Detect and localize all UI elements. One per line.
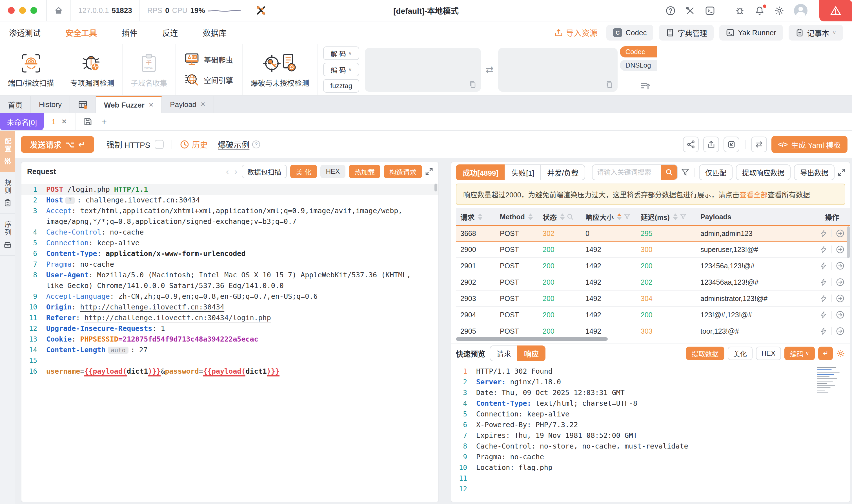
sort-icon[interactable] bbox=[673, 213, 678, 220]
beautify-button[interactable]: 美化 bbox=[728, 347, 752, 360]
horizontal-scrollbar[interactable] bbox=[456, 337, 845, 341]
table-row[interactable]: 2901POST2001492200123456a,123!@# bbox=[456, 258, 850, 274]
codec-swap-icon[interactable]: ⇄ bbox=[481, 64, 498, 75]
results-tab-失败[1][interactable]: 失败[1] bbox=[505, 164, 541, 180]
generate-yaml-button[interactable]: </> 生成 Yaml 模板 bbox=[771, 136, 848, 153]
close-icon[interactable]: ✕ bbox=[149, 101, 154, 109]
maximize-window-button[interactable] bbox=[31, 7, 37, 14]
column-header-请求[interactable]: 请求 bbox=[456, 212, 495, 222]
open-detail-button[interactable] bbox=[836, 310, 845, 319]
sort-icon[interactable] bbox=[560, 213, 564, 220]
retry-button[interactable] bbox=[820, 246, 828, 253]
column-header-响应大小[interactable]: 响应大小 bbox=[581, 212, 636, 222]
preview-tab-请求[interactable]: 请求 bbox=[490, 345, 518, 361]
table-row[interactable]: 2903POST2001492304administrator,123!@# bbox=[456, 291, 850, 307]
avatar[interactable] bbox=[794, 4, 807, 17]
close-window-button[interactable] bbox=[8, 7, 15, 14]
column-header-操作[interactable]: 操作 bbox=[814, 208, 850, 225]
response-editor[interactable]: 1HTTP/1.1 302 Found2Server: nginx/1.18.0… bbox=[451, 363, 850, 502]
yak-runner-button[interactable]: Yak Runner bbox=[719, 25, 783, 40]
side-tab-规则[interactable]: 规则 bbox=[0, 172, 15, 214]
import-button[interactable] bbox=[724, 137, 739, 152]
tab-web-fuzzer[interactable]: Web Fuzzer✕ bbox=[96, 96, 162, 113]
table-row[interactable]: 2904POST2001492200123!@#,123!@# bbox=[456, 307, 850, 323]
table-row[interactable]: 2900POST2001492300superuser,123!@# bbox=[456, 241, 850, 258]
column-header-延迟(ms)[interactable]: 延迟(ms) bbox=[636, 212, 696, 222]
funnel-icon[interactable] bbox=[624, 213, 630, 220]
side-tab-配置[interactable]: 配置 bbox=[0, 131, 15, 172]
menu-item-反连[interactable]: 反连 bbox=[162, 27, 178, 38]
prev-request-button[interactable]: ‹ bbox=[225, 167, 230, 176]
column-header-Payloads[interactable]: Payloads bbox=[696, 213, 814, 221]
request-tool-构造请求[interactable]: 构造请求 bbox=[384, 165, 422, 178]
preview-tab-响应[interactable]: 响应 bbox=[517, 345, 545, 361]
view-all-link[interactable]: 查看全部 bbox=[740, 191, 768, 199]
tab-payload[interactable]: Payload✕ bbox=[162, 96, 214, 113]
codec-btn-编码[interactable]: 编 码∨ bbox=[323, 63, 359, 76]
close-icon[interactable]: ✕ bbox=[61, 118, 67, 126]
menu-item-渗透测试[interactable]: 渗透测试 bbox=[9, 27, 40, 38]
open-detail-button[interactable] bbox=[836, 229, 845, 238]
filter-button[interactable] bbox=[681, 168, 690, 177]
save-button[interactable] bbox=[83, 117, 92, 126]
send-request-button[interactable]: 发送请求 ⌥ ↵ bbox=[21, 136, 94, 153]
alert-button[interactable] bbox=[819, 0, 852, 21]
codec-output-area[interactable] bbox=[498, 48, 618, 92]
scrollbar-thumb[interactable] bbox=[434, 184, 437, 192]
request-tool-数据包扫描[interactable]: 数据包扫描 bbox=[242, 165, 287, 178]
side-tab-序列[interactable]: 序列 bbox=[0, 214, 15, 256]
tool-basic-crawler[interactable]: 基础爬虫 bbox=[185, 52, 233, 67]
scrollbar-thumb[interactable] bbox=[847, 227, 850, 258]
notifications-button[interactable] bbox=[754, 6, 765, 16]
bug-button[interactable] bbox=[735, 6, 745, 16]
preview-settings-button[interactable] bbox=[836, 349, 845, 358]
swap-button[interactable] bbox=[751, 137, 767, 152]
add-tab-button[interactable]: + bbox=[101, 116, 107, 127]
codec-button[interactable]: CCodec bbox=[606, 25, 654, 40]
fullscreen-icon[interactable] bbox=[425, 168, 433, 175]
open-detail-button[interactable] bbox=[836, 294, 845, 303]
table-row[interactable]: 3668POST3020295admin,admin123 bbox=[456, 225, 850, 241]
open-detail-button[interactable] bbox=[836, 278, 845, 286]
copy-icon[interactable] bbox=[605, 80, 613, 88]
tab-首页[interactable]: 首页 bbox=[0, 96, 31, 113]
menu-item-安全工具[interactable]: 安全工具 bbox=[65, 27, 97, 38]
menu-item-插件[interactable]: 插件 bbox=[122, 27, 138, 38]
brute-example-link[interactable]: 爆破示例 ? bbox=[218, 139, 260, 150]
copy-icon[interactable] bbox=[469, 80, 476, 88]
sort-icon[interactable] bbox=[478, 213, 482, 220]
search-icon[interactable] bbox=[567, 213, 574, 220]
help-button[interactable] bbox=[665, 6, 676, 16]
request-tool-热加载[interactable]: 热加载 bbox=[349, 165, 380, 178]
share-button[interactable] bbox=[683, 137, 699, 152]
tool-brute-unauth-detect[interactable]: 爆破与未授权检测 bbox=[243, 44, 317, 95]
menu-item-数据库[interactable]: 数据库 bbox=[203, 27, 227, 38]
retry-button[interactable] bbox=[820, 278, 828, 286]
history-button[interactable]: 历史 bbox=[180, 139, 208, 150]
table-row[interactable]: 2902POST2001492202123456aa,123!@# bbox=[456, 274, 850, 291]
记事本-button[interactable]: 记事本∨ bbox=[788, 25, 843, 40]
fuzzer-sub-tab[interactable]: 1 ✕ bbox=[44, 113, 75, 130]
retry-button[interactable] bbox=[820, 262, 828, 270]
extract-data-button[interactable]: 提取数据 bbox=[686, 347, 724, 360]
force-https-checkbox[interactable] bbox=[155, 140, 164, 149]
column-header-Method[interactable]: Method bbox=[495, 213, 538, 221]
sort-icon[interactable] bbox=[528, 213, 533, 220]
search-button[interactable] bbox=[661, 165, 677, 180]
pin-tab-dnslog[interactable]: DNSLog bbox=[620, 60, 657, 71]
collapse-panel-icon[interactable] bbox=[640, 80, 657, 91]
search-input[interactable] bbox=[592, 165, 661, 180]
newline-button[interactable]: ↵ bbox=[818, 347, 833, 360]
column-header-状态[interactable]: 状态 bbox=[538, 212, 581, 222]
export-data-button[interactable]: 导出数据 bbox=[794, 164, 835, 180]
codec-btn-解码[interactable]: 解 码∨ bbox=[323, 47, 359, 60]
next-request-button[interactable]: › bbox=[233, 167, 238, 176]
pin-tab-codec[interactable]: Codec bbox=[620, 46, 657, 57]
open-detail-button[interactable] bbox=[836, 327, 845, 335]
tool-space-engine[interactable]: 空间引擎 bbox=[185, 72, 233, 87]
force-https-toggle[interactable]: 强制 HTTPS bbox=[106, 139, 164, 150]
retry-button[interactable] bbox=[820, 230, 828, 237]
open-detail-button[interactable] bbox=[836, 245, 845, 254]
match-only-button[interactable]: 仅匹配 bbox=[699, 164, 732, 180]
codec-btn-fuzztag[interactable]: fuzztag bbox=[323, 79, 359, 93]
